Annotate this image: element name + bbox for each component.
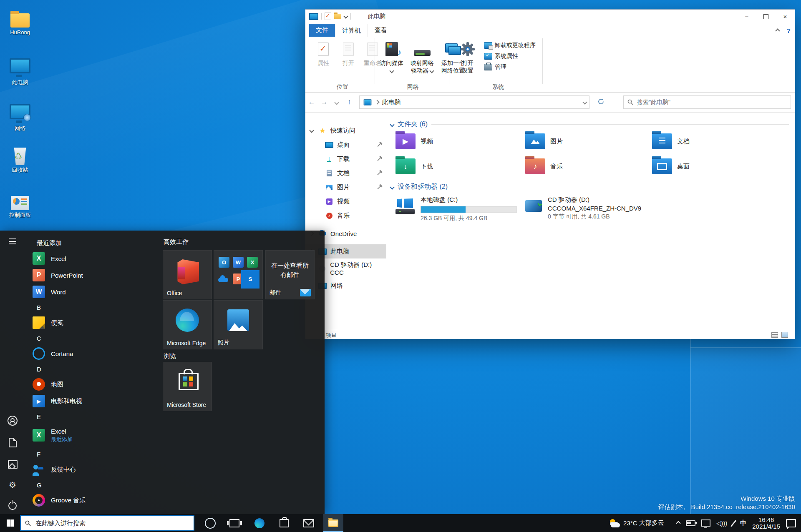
tab-file[interactable]: 文件 [309,24,335,37]
help-icon[interactable]: ? [787,27,791,34]
tab-view[interactable]: 查看 [368,24,394,37]
taskbar-task-view-button[interactable] [224,514,244,532]
ribbon-group-network[interactable]: 网络 [377,83,449,91]
ribbon-button-properties[interactable]: 属性 [310,40,336,67]
maximize-button[interactable] [756,10,776,23]
ime-indicator[interactable]: 中 [737,514,749,532]
nav-videos[interactable]: ▶ 视频 [305,194,386,208]
folder-item-videos[interactable]: ▶ 视频 [395,133,433,149]
close-button[interactable]: × [776,10,795,23]
weather-widget[interactable]: 23°C 大部多云 [606,514,667,532]
taskbar-clock[interactable]: 16:46 2021/4/15 [749,514,783,532]
section-folders[interactable]: 文件夹 (6) [390,120,789,129]
start-app-maps[interactable]: 地图 [25,376,163,393]
tile-office-apps-grid[interactable]: O W X P S [214,250,263,299]
drive-item-d[interactable]: ⌄ CD 驱动器 (D:) CCCOMA_X64FRE_ZH-CN_DV9 0 … [525,196,544,211]
expander-chevron-icon[interactable] [309,128,314,133]
app-list-header-F[interactable]: F [25,447,163,461]
tray-network[interactable] [698,514,713,532]
tile-group-title-explore[interactable]: 浏览 [164,352,176,360]
start-app-movies-tv[interactable]: ▶ 电影和电视 [25,393,163,409]
forward-arrow-icon[interactable]: → [318,98,330,106]
start-app-excel[interactable]: X Excel [25,250,163,267]
nav-documents[interactable]: 文档 [305,166,386,180]
tile-microsoft-edge[interactable]: Microsoft Edge [163,300,212,349]
documents-rail-icon[interactable] [8,437,18,447]
nav-desktop[interactable]: 桌面 [305,138,386,152]
tab-computer[interactable]: 计算机 [335,24,368,37]
app-list-header-B[interactable]: B [25,300,163,314]
folder-item-desktop[interactable]: 桌面 [652,158,690,174]
tile-photos[interactable]: 照片 [214,300,263,349]
start-app-groove-music[interactable]: Groove 音乐 [25,492,163,509]
tray-volume[interactable]: ◁))) [713,514,730,532]
collapse-ribbon-chevron-icon[interactable] [775,28,780,33]
tray-battery[interactable] [683,514,698,532]
minimize-button[interactable]: − [737,10,756,23]
taskbar-cortana-button[interactable] [200,514,220,532]
explorer-search-box[interactable] [623,95,791,109]
breadcrumb[interactable]: 此电脑 [382,98,401,106]
nav-quick-access[interactable]: ★ 快速访问 [305,123,386,138]
nav-pictures[interactable]: 图片 [305,180,386,194]
start-app-sticky-notes[interactable]: 便笺 [25,314,163,331]
folder-item-music[interactable]: ♪ 音乐 [525,158,563,174]
taskbar-edge-button[interactable] [249,514,270,532]
tile-microsoft-store[interactable]: Microsoft Store [163,362,212,411]
app-list-header-C[interactable]: C [25,331,163,345]
taskbar-store-button[interactable] [274,514,294,532]
pictures-rail-icon[interactable] [8,459,18,469]
ribbon-button-access-media[interactable]: 访问媒体 [377,40,406,74]
tile-office[interactable]: Office [163,250,212,299]
desktop-icon-this-pc[interactable]: 此电脑 [0,52,40,85]
recent-locations-chevron-icon[interactable] [330,98,343,106]
start-app-feedback-hub[interactable]: 反馈中心 [25,461,163,478]
title-bar[interactable]: 此电脑 − × [305,10,795,24]
ribbon-button-manage[interactable]: 管理 [484,63,506,71]
taskbar-mail-button[interactable] [299,514,319,532]
start-app-powerpoint[interactable]: P PowerPoint [25,267,163,284]
ribbon-button-open-settings[interactable]: 打开设置 [456,40,480,75]
nav-music[interactable]: ♪ 音乐 [305,208,386,223]
details-view-icon[interactable] [771,332,778,338]
address-bar[interactable]: 此电脑 [359,95,589,109]
app-list-header-E[interactable]: E [25,409,163,424]
start-app-excel-recent[interactable]: X Excel 最近添加 [25,424,163,447]
drive-item-c[interactable]: 本地磁盘 (C:) 26.3 GB 可用, 共 49.4 GB [395,196,415,213]
app-list-header-recent[interactable]: 最近添加 [25,236,163,250]
customize-qat-chevron-icon[interactable] [343,14,348,18]
up-arrow-icon[interactable]: ↑ [343,98,355,106]
thumbnail-view-icon[interactable] [781,332,788,338]
ribbon-button-uninstall[interactable]: 卸载或更改程序 [484,42,536,49]
section-collapse-chevron-icon[interactable] [390,185,394,189]
start-app-cortana[interactable]: Cortana [25,345,163,362]
folder-item-downloads[interactable]: ↓ 下载 [395,158,433,174]
desktop-icon-hurong[interactable]: HuRong [0,6,40,35]
nav-downloads[interactable]: ↓ 下载 [305,152,386,166]
taskbar-search-input[interactable] [35,519,189,527]
new-folder-quick-icon[interactable] [334,14,341,19]
user-account-icon[interactable] [8,416,18,426]
tray-show-hidden-icons[interactable] [674,514,683,532]
app-list-header-D[interactable]: D [25,362,163,376]
tile-mail[interactable]: 在一处查看所有邮件 邮件 [265,250,315,299]
properties-quick-icon[interactable] [325,13,331,20]
refresh-icon[interactable] [597,98,605,106]
folder-item-pictures[interactable]: 图片 [525,133,563,149]
hamburger-menu-icon[interactable] [8,236,18,246]
start-app-word[interactable]: W Word [25,284,163,300]
action-center-button[interactable] [783,514,801,532]
ribbon-button-system-properties[interactable]: 系统属性 [484,53,518,60]
taskbar-file-explorer-button[interactable] [323,514,343,532]
ribbon-button-open[interactable]: 打开 [335,40,361,67]
tile-group-title-productivity[interactable]: 高效工作 [164,238,189,246]
address-dropdown-chevron-icon[interactable] [582,100,587,104]
desktop-icon-recycle-bin[interactable]: 回收站 [0,143,40,173]
section-devices[interactable]: 设备和驱动器 (2) [390,183,789,191]
power-icon[interactable] [8,500,18,510]
desktop-icon-control-panel[interactable]: 控制面板 [0,188,40,218]
app-list-header-H[interactable]: H [25,509,163,514]
app-list-header-G[interactable]: G [25,478,163,492]
back-arrow-icon[interactable]: ← [305,98,318,106]
start-button[interactable] [0,514,20,532]
